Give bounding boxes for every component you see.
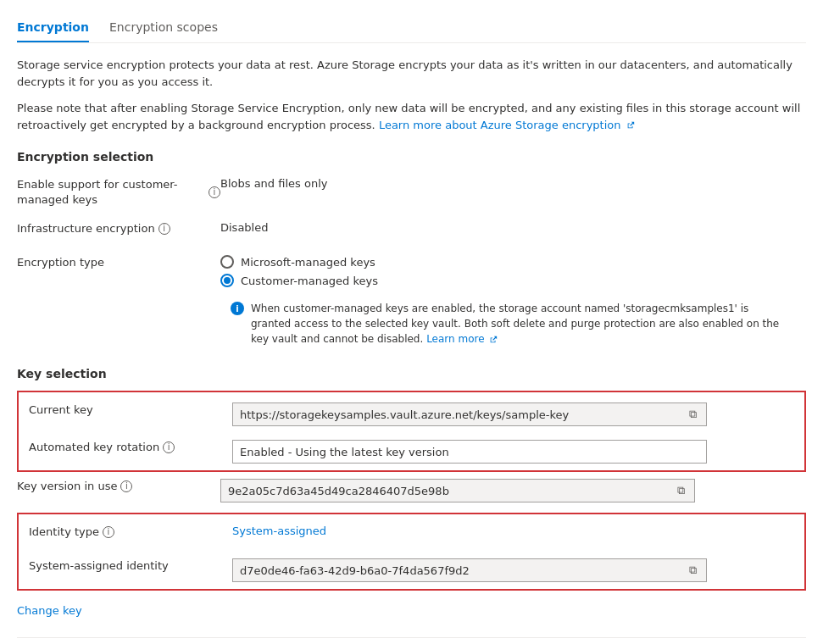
key-version-value: 9e2a05c7d63a45d49ca2846407d5e98b ⧉	[220, 475, 806, 502]
change-key-link[interactable]: Change key	[17, 604, 82, 617]
description-2: Please note that after enabling Storage …	[17, 100, 806, 133]
current-key-text: https://storagekeysamples.vault.azure.ne…	[240, 408, 679, 421]
radio-group: Microsoft-managed keys Customer-managed …	[220, 255, 806, 287]
encryption-type-value: Microsoft-managed keys Customer-managed …	[220, 252, 806, 353]
description-1: Storage service encryption protects your…	[17, 57, 806, 90]
radio-customer-circle	[220, 274, 234, 287]
identity-type-text: System-assigned	[232, 525, 326, 537]
infrastructure-encryption-info-icon[interactable]: i	[158, 223, 170, 235]
current-key-label: Current key	[29, 399, 232, 418]
infrastructure-encryption-label: Infrastructure encryption i	[17, 218, 220, 236]
key-selection-header: Key selection	[17, 367, 806, 380]
info-box-text: When customer-managed keys are enabled, …	[251, 301, 787, 347]
radio-microsoft-label: Microsoft-managed keys	[241, 256, 375, 269]
infrastructure-encryption-row: Infrastructure encryption i Disabled	[17, 218, 806, 242]
automated-key-rotation-value: Enabled - Using the latest key version	[232, 436, 794, 464]
external-link-icon	[626, 121, 635, 130]
tab-encryption[interactable]: Encryption	[17, 14, 89, 42]
system-assigned-identity-copy-icon[interactable]: ⧉	[686, 564, 699, 577]
automated-key-rotation-input[interactable]: Enabled - Using the latest key version	[232, 440, 707, 464]
tabs-bar: Encryption Encryption scopes	[17, 14, 806, 43]
encryption-type-label: Encryption type	[17, 252, 220, 270]
system-assigned-identity-row: System-assigned identity d7e0de46-fa63-4…	[29, 555, 794, 582]
encryption-selection-header: Encryption selection	[17, 150, 806, 164]
info-box-ext-icon	[489, 336, 498, 344]
system-assigned-identity-input: d7e0de46-fa63-42d9-b6a0-7f4da567f9d2 ⧉	[232, 558, 707, 582]
key-version-row: Key version in use i 9e2a05c7d63a45d49ca…	[17, 475, 806, 502]
customer-managed-keys-value: Blobs and files only	[220, 174, 806, 190]
identity-type-value: System-assigned	[232, 521, 794, 537]
system-assigned-identity-value: d7e0de46-fa63-42d9-b6a0-7f4da567f9d2 ⧉	[232, 555, 794, 582]
customer-managed-keys-label: Enable support for customer-managed keys…	[17, 174, 220, 208]
identity-type-row: Identity type i System-assigned	[29, 521, 794, 545]
info-box-learn-more-link[interactable]: Learn more	[426, 333, 484, 345]
customer-managed-info-box: i When customer-managed keys are enabled…	[220, 294, 797, 353]
identity-type-label: Identity type i	[29, 521, 232, 540]
divider	[17, 637, 806, 638]
learn-more-link[interactable]: Learn more about Azure Storage encryptio…	[379, 119, 621, 131]
key-version-label: Key version in use i	[17, 475, 220, 494]
change-key-section: Change key	[17, 604, 806, 617]
key-version-info-icon[interactable]: i	[120, 480, 132, 492]
radio-microsoft-managed[interactable]: Microsoft-managed keys	[220, 255, 806, 269]
info-box-icon: i	[231, 302, 244, 315]
automated-key-rotation-info-icon[interactable]: i	[163, 441, 175, 453]
automated-key-rotation-row: Automated key rotation i Enabled - Using…	[29, 436, 794, 464]
current-key-row: Current key https://storagekeysamples.va…	[29, 399, 794, 426]
infrastructure-encryption-value: Disabled	[220, 218, 806, 234]
tab-encryption-scopes[interactable]: Encryption scopes	[109, 14, 218, 42]
customer-managed-keys-row: Enable support for customer-managed keys…	[17, 174, 806, 208]
identity-type-info-icon[interactable]: i	[103, 526, 114, 538]
radio-customer-managed[interactable]: Customer-managed keys	[220, 274, 806, 287]
current-key-copy-icon[interactable]: ⧉	[686, 408, 699, 421]
key-rotation-section: Current key https://storagekeysamples.va…	[17, 391, 806, 472]
system-assigned-identity-text: d7e0de46-fa63-42d9-b6a0-7f4da567f9d2	[240, 564, 679, 577]
customer-managed-keys-info-icon[interactable]: i	[209, 186, 220, 198]
identity-section: Identity type i System-assigned System-a…	[17, 513, 806, 591]
automated-key-rotation-label: Automated key rotation i	[29, 436, 232, 455]
radio-customer-label: Customer-managed keys	[241, 275, 378, 287]
key-version-input: 9e2a05c7d63a45d49ca2846407d5e98b ⧉	[220, 479, 695, 502]
encryption-type-row: Encryption type Microsoft-managed keys C…	[17, 252, 806, 353]
radio-microsoft-circle	[220, 255, 234, 269]
key-version-copy-icon[interactable]: ⧉	[674, 484, 687, 497]
automated-key-rotation-text: Enabled - Using the latest key version	[240, 446, 449, 458]
key-version-text: 9e2a05c7d63a45d49ca2846407d5e98b	[228, 485, 667, 497]
current-key-input: https://storagekeysamples.vault.azure.ne…	[232, 402, 707, 426]
current-key-value: https://storagekeysamples.vault.azure.ne…	[232, 399, 794, 426]
system-assigned-identity-label: System-assigned identity	[29, 555, 232, 574]
